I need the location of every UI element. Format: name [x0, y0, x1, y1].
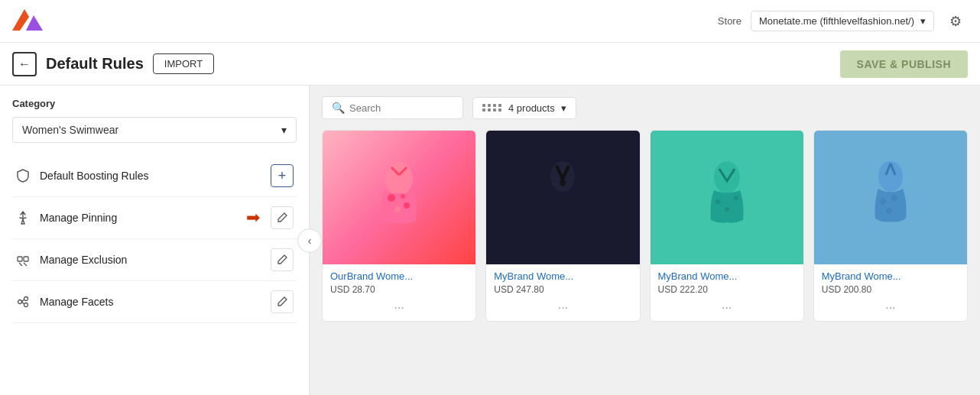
sidebar-item-right: +	[271, 164, 294, 187]
top-nav: Store Monetate.me (fifthlevelfashion.net…	[0, 0, 980, 43]
collapse-sidebar-button[interactable]: ‹	[297, 228, 322, 253]
save-publish-button[interactable]: SAVE & PUBLISH	[840, 50, 968, 78]
svg-rect-2	[18, 257, 22, 261]
svg-point-16	[394, 206, 401, 212]
svg-line-9	[22, 299, 24, 302]
products-count: 4 products	[508, 102, 555, 114]
product-card: MyBrand Wome... USD 200.80 ...	[813, 130, 968, 322]
sidebar-item-manage-facets[interactable]: Manage Facets	[12, 281, 297, 323]
store-selector[interactable]: Monetate.me (fifthlevelfashion.net/) ▾	[751, 11, 934, 31]
svg-point-23	[716, 199, 720, 204]
svg-point-11	[385, 162, 413, 196]
grid-dot	[493, 108, 496, 112]
products-grid: OurBrand Wome... USD 28.70 ...	[310, 130, 980, 334]
svg-point-19	[560, 179, 566, 186]
product-price: USD 200.80	[822, 284, 959, 295]
search-icon: 🔍	[332, 102, 345, 114]
sidebar-item-left: Default Boosting Rules	[15, 168, 148, 183]
svg-marker-0	[12, 9, 29, 31]
logo	[12, 9, 43, 34]
grid-dot	[482, 104, 485, 107]
product-image	[651, 131, 803, 264]
page-title: Default Rules	[46, 55, 144, 73]
product-card: OurBrand Wome... USD 28.70 ...	[322, 130, 476, 322]
back-icon: ←	[18, 57, 31, 71]
search-box: 🔍	[322, 96, 463, 119]
main-layout: Category Women's Swimwear ▾ Default Boos…	[0, 86, 980, 395]
sidebar-item-label: Default Boosting Rules	[40, 170, 148, 182]
svg-point-6	[18, 300, 22, 304]
category-chevron-icon: ▾	[281, 124, 287, 136]
grid-view-icon	[482, 104, 502, 112]
category-dropdown[interactable]: Women's Swimwear ▾	[12, 117, 297, 143]
edit-pinning-button[interactable]	[271, 206, 294, 229]
product-card: MyBrand Wome... USD 247.80 ...	[485, 130, 640, 322]
sidebar-item-left: Manage Pinning	[15, 210, 117, 225]
category-label: Category	[12, 98, 297, 109]
product-info: MyBrand Wome... USD 247.80 ...	[486, 264, 639, 321]
svg-point-25	[725, 207, 729, 212]
count-chevron-icon: ▾	[561, 102, 566, 114]
header-left: ← Default Rules IMPORT	[12, 52, 214, 76]
edit-exclusion-button[interactable]	[271, 248, 294, 271]
grid-dot	[482, 108, 485, 112]
sidebar-item-manage-pinning[interactable]: Manage Pinning ➡	[12, 197, 297, 239]
product-price: USD 28.70	[330, 284, 468, 295]
svg-line-4	[19, 263, 22, 266]
product-image	[486, 131, 639, 264]
sidebar-item-right	[271, 248, 294, 271]
gear-icon: ⚙	[949, 13, 962, 30]
arrow-indicator-icon: ➡	[246, 208, 260, 228]
product-info: MyBrand Wome... USD 200.80 ...	[814, 264, 967, 321]
product-more-button[interactable]: ...	[494, 298, 631, 315]
back-button[interactable]: ←	[12, 52, 37, 76]
products-count-button[interactable]: 4 products ▾	[472, 97, 576, 119]
grid-dot	[498, 104, 501, 107]
sidebar-item-default-boosting[interactable]: Default Boosting Rules +	[12, 155, 297, 197]
product-more-button[interactable]: ...	[330, 298, 468, 315]
search-input[interactable]	[349, 102, 453, 114]
store-chevron-icon: ▾	[920, 15, 926, 27]
product-image	[814, 131, 967, 264]
sidebar-item-right: ➡	[246, 206, 294, 229]
header-bar: ← Default Rules IMPORT SAVE & PUBLISH	[0, 43, 980, 86]
sidebar-item-left: Manage Exclusion	[15, 252, 127, 267]
svg-point-22	[714, 161, 740, 193]
svg-line-10	[22, 302, 24, 304]
import-button[interactable]: IMPORT	[153, 53, 214, 74]
product-name: MyBrand Wome...	[658, 270, 796, 282]
svg-point-17	[401, 194, 405, 199]
shield-icon	[15, 168, 31, 183]
grid-dot	[493, 104, 496, 107]
product-image	[323, 131, 475, 264]
sidebar: Category Women's Swimwear ▾ Default Boos…	[0, 86, 310, 395]
pin-icon	[15, 210, 31, 225]
svg-point-8	[24, 303, 28, 307]
sidebar-item-label: Manage Exclusion	[40, 254, 127, 266]
product-price: USD 247.80	[494, 284, 631, 295]
product-name: OurBrand Wome...	[330, 270, 468, 282]
svg-point-15	[404, 202, 410, 209]
store-value: Monetate.me (fifthlevelfashion.net/)	[759, 15, 914, 27]
collapse-icon: ‹	[308, 235, 312, 247]
products-toolbar: 🔍 4 products ▾	[310, 86, 980, 130]
svg-point-14	[388, 194, 395, 202]
nav-right: Store Monetate.me (fifthlevelfashion.net…	[718, 9, 968, 34]
grid-dot	[488, 104, 491, 107]
product-name: MyBrand Wome...	[494, 270, 631, 282]
product-card: MyBrand Wome... USD 222.20 ...	[650, 130, 804, 322]
edit-facets-button[interactable]	[271, 290, 294, 313]
svg-line-5	[24, 263, 27, 266]
exclusion-icon	[15, 252, 31, 267]
store-label: Store	[718, 15, 741, 27]
content-area: ‹ 🔍 4 products ▾	[310, 86, 980, 395]
sidebar-item-left: Manage Facets	[15, 294, 114, 309]
facets-icon	[15, 294, 31, 309]
svg-rect-3	[24, 257, 28, 261]
settings-button[interactable]: ⚙	[943, 9, 968, 34]
product-more-button[interactable]: ...	[658, 298, 796, 315]
add-boosting-button[interactable]: +	[271, 164, 294, 187]
product-more-button[interactable]: ...	[822, 298, 959, 315]
product-info: OurBrand Wome... USD 28.70 ...	[323, 264, 475, 321]
sidebar-item-manage-exclusion[interactable]: Manage Exclusion	[12, 239, 297, 281]
